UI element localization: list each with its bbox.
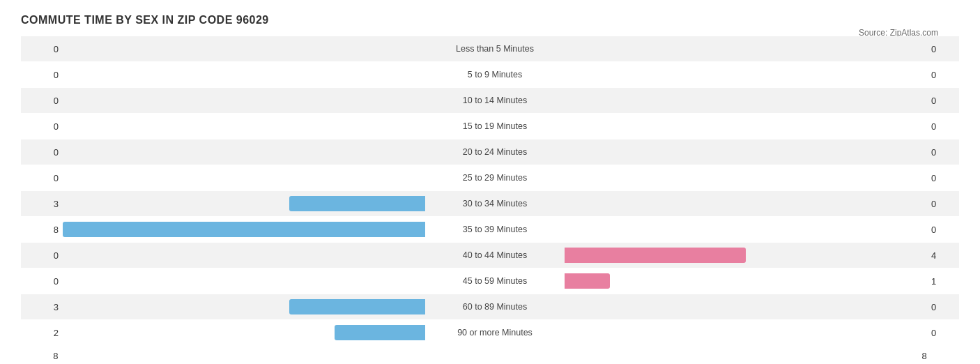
row-label: 90 or more Minutes <box>425 328 565 338</box>
female-bar-container <box>565 248 927 263</box>
table-row: 0 10 to 14 Minutes 0 <box>21 88 959 113</box>
male-bar-container <box>63 325 425 340</box>
chart-title: COMMUTE TIME BY SEX IN ZIP CODE 96029 <box>21 14 959 26</box>
table-row: 0 45 to 59 Minutes 1 <box>21 268 959 294</box>
female-bar-container <box>565 196 927 211</box>
female-value: 0 <box>927 302 969 312</box>
male-bar-container <box>63 93 425 108</box>
row-label: 15 to 19 Minutes <box>425 121 565 131</box>
female-value: 0 <box>927 96 969 106</box>
female-bar-container <box>565 299 927 314</box>
female-value: 0 <box>927 328 969 338</box>
table-row: 0 25 to 29 Minutes 0 <box>21 165 959 190</box>
row-label: 30 to 34 Minutes <box>425 199 565 208</box>
female-bar-container <box>565 93 927 108</box>
row-label: 20 to 24 Minutes <box>425 147 565 157</box>
female-value: 0 <box>927 225 969 235</box>
female-bar-container <box>565 119 927 134</box>
female-value: 0 <box>927 121 969 132</box>
male-value: 3 <box>21 199 63 209</box>
male-bar <box>289 299 425 314</box>
male-bar <box>63 222 425 237</box>
row-label: 10 to 14 Minutes <box>425 96 565 105</box>
table-row: 0 15 to 19 Minutes 0 <box>21 114 959 139</box>
female-value: 1 <box>927 276 969 287</box>
table-row: 3 60 to 89 Minutes 0 <box>21 294 959 319</box>
bars-container: 0 Less than 5 Minutes 0 0 5 to 9 Minutes… <box>21 36 959 345</box>
male-bar-container <box>63 170 425 185</box>
male-value: 0 <box>21 121 63 132</box>
axis-row: 8 8 <box>21 351 959 361</box>
male-value: 0 <box>21 147 63 158</box>
female-value: 4 <box>927 250 969 261</box>
male-value: 3 <box>21 302 63 312</box>
female-bar <box>565 248 746 263</box>
table-row: 0 20 to 24 Minutes 0 <box>21 139 959 165</box>
female-value: 0 <box>927 173 969 183</box>
row-label: 40 to 44 Minutes <box>425 250 565 260</box>
male-value: 0 <box>21 276 63 287</box>
female-bar-container <box>565 273 927 289</box>
male-value: 8 <box>21 225 63 235</box>
female-bar-container <box>565 144 927 160</box>
male-bar-container <box>63 41 425 56</box>
row-label: 60 to 89 Minutes <box>425 302 565 312</box>
male-bar <box>335 325 425 340</box>
axis-right-value: 8 <box>918 351 959 361</box>
male-value: 2 <box>21 328 63 338</box>
row-label: 25 to 29 Minutes <box>425 173 565 183</box>
male-bar <box>289 196 425 211</box>
female-bar-container <box>565 170 927 185</box>
female-bar-container <box>565 41 927 56</box>
male-value: 0 <box>21 96 63 106</box>
female-bar-container <box>565 325 927 340</box>
male-value: 0 <box>21 173 63 183</box>
male-value: 0 <box>21 250 63 261</box>
table-row: 0 40 to 44 Minutes 4 <box>21 243 959 268</box>
female-bar-container <box>565 67 927 82</box>
axis-left-value: 8 <box>21 351 62 361</box>
female-value: 0 <box>927 70 969 80</box>
male-bar-container <box>63 248 425 263</box>
table-row: 3 30 to 34 Minutes 0 <box>21 191 959 216</box>
row-label: 5 to 9 Minutes <box>425 70 565 79</box>
male-bar-container <box>63 196 425 211</box>
female-bar <box>565 273 610 289</box>
male-bar-container <box>63 119 425 134</box>
row-label: 35 to 39 Minutes <box>425 225 565 234</box>
table-row: 8 35 to 39 Minutes 0 <box>21 217 959 242</box>
female-value: 0 <box>927 147 969 158</box>
male-bar-container <box>63 67 425 82</box>
chart-area: 0 Less than 5 Minutes 0 0 5 to 9 Minutes… <box>21 36 959 364</box>
male-bar-container <box>63 273 425 289</box>
row-label: 45 to 59 Minutes <box>425 276 565 286</box>
female-value: 0 <box>927 199 969 209</box>
male-value: 0 <box>21 70 63 80</box>
table-row: 2 90 or more Minutes 0 <box>21 320 959 345</box>
female-bar-container <box>565 222 927 237</box>
male-bar-container <box>63 222 425 237</box>
male-bar-container <box>63 144 425 160</box>
male-value: 0 <box>21 44 63 54</box>
row-label: Less than 5 Minutes <box>425 44 565 54</box>
male-bar-container <box>63 299 425 314</box>
table-row: 0 Less than 5 Minutes 0 <box>21 36 959 61</box>
female-value: 0 <box>927 44 969 54</box>
table-row: 0 5 to 9 Minutes 0 <box>21 62 959 87</box>
